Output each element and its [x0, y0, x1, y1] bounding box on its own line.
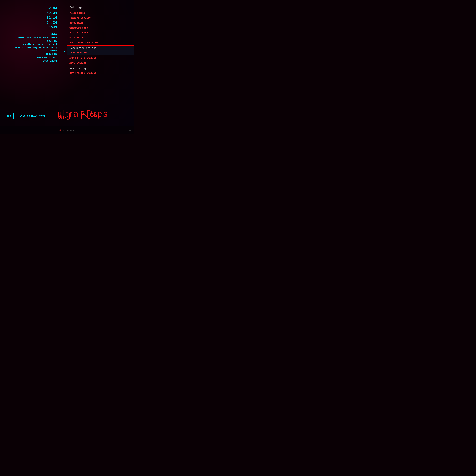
stat-value-2: 49.34: [47, 11, 57, 15]
stat-row-1: 62.94: [4, 6, 57, 10]
system-row-os-version: 10.0.22631: [4, 60, 57, 62]
stat-value-1: 62.94: [47, 6, 57, 10]
settings-label-ray-tracing: Ray Tracing Enabled: [69, 72, 96, 74]
settings-label-dlss-frame-gen: DLSS Frame Generation: [69, 41, 99, 44]
settings-label-vertical-sync: Vertical Sync: [69, 32, 88, 34]
system-os: Windows 11 Pro: [37, 56, 57, 59]
settings-label-dlss-enabled: DLSS Enabled: [70, 51, 87, 54]
settings-item-preset-name[interactable]: Preset Name: [67, 11, 134, 16]
stat-row-2: 49.34: [4, 11, 57, 15]
system-cpu: Intel(R) Core(TM) i5-8500 CPU @ 3.00GHz: [4, 47, 57, 52]
settings-item-windowed-mode[interactable]: Windowed Mode: [67, 25, 134, 30]
settings-item-vertical-sync[interactable]: Vertical Sync: [67, 30, 134, 35]
settings-label-preset-name: Preset Name: [69, 12, 85, 14]
system-row-cpu: Intel(R) Core(TM) i5-8500 CPU @ 3.00GHz: [4, 47, 57, 52]
settings-panel: Settings Preset Name Texture Quality Res…: [67, 4, 134, 77]
system-os-version: 10.0.22631: [43, 60, 57, 62]
resolution-scaling-section: Resolution Scaling DLSS Enabled: [67, 46, 134, 55]
settings-label-windowed-mode: Windowed Mode: [69, 27, 88, 29]
system-row-vram: 8006 MB: [4, 39, 57, 42]
settings-item-max-fps[interactable]: Maximum FPS: [67, 35, 134, 40]
footer-logo: TRN_TLCAS_600095: [59, 129, 75, 131]
settings-item-amd-fsr[interactable]: AMD FSR 2.1 Enabled: [67, 55, 134, 61]
settings-item-texture-quality[interactable]: Texture Quality: [67, 16, 134, 20]
divider: [4, 31, 63, 31]
settings-item-ray-tracing[interactable]: Ray Tracing Enabled: [67, 70, 134, 75]
exit-to-main-menu-button[interactable]: Exit to Main Menu: [16, 113, 48, 119]
settings-item-resolution[interactable]: Resolution: [67, 20, 134, 25]
system-row-driver: Nvidia v 55176 [r551_71]: [4, 43, 57, 46]
system-vram: 8006 MB: [47, 39, 57, 42]
ray-tracing-header: Ray Tracing: [67, 66, 134, 70]
settings-label-amd-fsr: AMD FSR 2.1 Enabled: [69, 57, 96, 59]
stat-row-5: 4043: [4, 26, 57, 29]
settings-label-xess: XeSS Enabled: [69, 62, 86, 64]
ultra-preset-text: ultra Pres: [57, 108, 134, 124]
system-row-api: 2.12: [4, 33, 57, 35]
settings-item-dlss-enabled[interactable]: DLSS Enabled: [67, 50, 134, 55]
resolution-scaling-header: Resolution Scaling: [67, 46, 134, 50]
system-driver: Nvidia v 55176 [r551_71]: [23, 43, 57, 46]
settings-button[interactable]: ngs: [4, 113, 14, 119]
settings-header: Settings: [67, 5, 134, 10]
settings-item-dlss-frame-gen[interactable]: DLSS Frame Generation: [67, 40, 134, 45]
settings-label-texture-quality: Texture Quality: [69, 17, 91, 19]
stat-row-4: 64.24: [4, 21, 57, 25]
stat-value-4: 64.24: [47, 21, 57, 25]
stat-value-score: 4043: [49, 26, 57, 29]
settings-item-xess[interactable]: XeSS Enabled: [67, 61, 134, 66]
settings-label-resolution: Resolution: [69, 22, 84, 24]
settings-label-max-fps: Maximum FPS: [69, 36, 85, 39]
stat-row-3: 82.14: [4, 16, 57, 20]
system-gpu-name: NVIDIA GeForce RTX 2060 SUPER: [16, 36, 57, 39]
system-ram: 16384 MB: [46, 53, 57, 55]
footer-code: TRN_TLCAS_600095: [63, 130, 75, 131]
stat-value-3: 82.14: [47, 16, 57, 20]
footer-right-badge: ■■■: [129, 130, 131, 131]
system-row-gpu: NVIDIA GeForce RTX 2060 SUPER: [4, 36, 57, 39]
system-row-os: Windows 11 Pro: [4, 56, 57, 59]
footer: TRN_TLCAS_600095 ■■■: [0, 126, 134, 134]
system-row-ram: 16384 MB: [4, 53, 57, 55]
ultra-preset-label: ultra Pres: [57, 108, 109, 119]
svg-marker-0: [59, 129, 62, 131]
stats-panel: 62.94 49.34 82.14 64.24 4043 2.12 NVIDIA…: [0, 4, 61, 66]
system-api-version: 2.12: [51, 33, 57, 35]
